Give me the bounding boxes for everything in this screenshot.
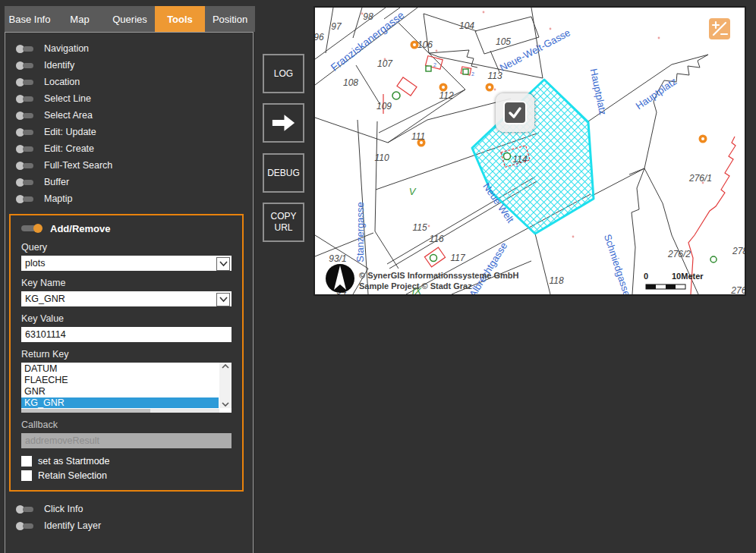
scroll-up-icon[interactable] [222,364,229,369]
toggle-on-icon[interactable] [21,224,43,233]
checkbox[interactable] [21,470,32,481]
parcel-label: 276/ [730,285,745,294]
checkmark-icon [503,101,527,124]
tool-mode-item[interactable]: Select Line [16,90,253,107]
tab-position[interactable]: Position [205,6,255,32]
add-remove-group: Add/Remove Query plots Key Name KG_GNR K… [9,214,244,492]
returnkey-listbox[interactable]: DATUMFLAECHEGNRKG_GNR [21,363,232,413]
toggle-off-icon [16,522,36,530]
checkbox[interactable] [21,456,32,467]
parcel-label: 114 [512,154,527,165]
checkbox-label: Retain Selection [38,470,107,481]
tool-mode-item[interactable]: Select Area [16,107,253,124]
query-select[interactable]: plots [21,256,232,271]
street-label: Neue-Welt-Gasse [498,27,572,74]
returnkey-label: Return Key [21,349,232,360]
vertical-scrollbar[interactable] [219,363,232,408]
scrollbar-thumb[interactable] [21,409,150,413]
tool-mode-item[interactable]: Navigation [16,40,253,57]
tool-mode-label: Edit: Create [44,143,94,154]
map-credit-line2: Sample Project © Stadt Graz [359,281,472,291]
toggle-off-icon [16,195,36,203]
returnkey-option[interactable]: FLAECHE [21,375,219,386]
checkbox-list: set as Startmode Retain Selection [21,456,232,481]
parcel-label: 278 [732,246,745,256]
returnkey-options: DATUMFLAECHEGNRKG_GNR [21,363,219,408]
tool-mode-item[interactable]: Full-Text Search [16,157,253,174]
svg-text:2: 2 [471,71,474,77]
chevron-down-icon[interactable] [216,293,230,306]
keyname-label: Key Name [21,278,232,288]
checkbox-row[interactable]: set as Startmode [21,456,232,467]
tool-mode-label: Full-Text Search [44,160,112,171]
chevron-down-icon[interactable] [216,257,230,271]
map-credit-line1: © SynerGIS Informationssysteme GmbH [359,271,518,280]
log-button[interactable]: LOG [263,54,304,93]
keyname-select[interactable]: KG_GNR [21,291,232,306]
scroll-down-icon[interactable] [222,402,229,407]
tool-mode-item[interactable]: Maptip [16,190,253,207]
toggle-off-icon [16,128,36,137]
horizontal-scrollbar[interactable] [21,409,219,413]
tab-queries[interactable]: Queries [105,6,155,32]
add-remove-mode-button[interactable] [709,18,730,39]
parcel-label: 116 [429,234,443,244]
callback-label: Callback [21,419,232,430]
returnkey-option[interactable]: GNR [21,386,219,397]
parcel-label: 96 [315,32,324,42]
debug-button[interactable]: DEBUG [263,153,304,193]
checkbox-row[interactable]: Retain Selection [21,470,232,481]
tool-mode-item[interactable]: Identify [16,57,253,74]
parcel-label: 107 [377,58,393,69]
toggle-off-icon [16,145,36,153]
tool-mode-label: Select Line [44,93,91,104]
street-label: Albrechtgasse [467,240,509,294]
tool-mode-list: Navigation Identify Location Select Line… [5,40,253,207]
right-arrow-icon [269,110,298,136]
map-canvas[interactable]: 2 2 1 9697981041051061071081091101111121… [313,6,746,296]
tool-mode-label: Identify Layer [44,520,101,531]
parcel-label: 111 [411,131,425,142]
parcel-label: 106 [417,39,433,50]
parcel-label: 108 [343,77,358,88]
returnkey-option[interactable]: KG_GNR [21,397,219,408]
toggle-off-icon [16,162,36,170]
parcel-label: 97 [331,21,342,32]
tool-mode-item[interactable]: Click Info [16,501,253,517]
tool-mode-label: Buffer [44,177,69,187]
toggle-off-icon [16,112,36,120]
street-label: Hauptplatz [634,75,679,112]
scale-zero: 0 [644,272,648,281]
tool-mode-list-bottom: Click Info Identify Layer [5,501,253,534]
tab-base-info[interactable]: Base Info [5,6,55,32]
tool-mode-item[interactable]: Edit: Update [16,124,253,140]
group-title: Add/Remove [50,223,110,234]
parcel-label: 118 [549,275,563,286]
parcel-label: 276/1 [688,173,712,184]
callback-input: addremoveResult [21,433,232,448]
parcel-label: 98 [363,11,373,22]
tool-mode-item[interactable]: Location [16,74,253,90]
parcel-label: 109 [376,101,392,112]
tool-mode-item[interactable]: Buffer [16,174,253,190]
returnkey-option[interactable]: DATUM [21,363,219,375]
tab-bar: Base InfoMapQueriesToolsPosition [5,6,255,32]
tab-tools[interactable]: Tools [155,6,205,32]
parcel-label: 113 [487,71,502,81]
parcel-label: 104 [459,20,474,31]
parcel-label: 115 [412,222,427,233]
toggle-off-icon [16,78,36,86]
apply-arrow-button[interactable] [263,103,304,143]
confirm-selection-button[interactable] [496,93,534,132]
keyvalue-input[interactable] [21,327,232,342]
tools-panel: Navigation Identify Location Select Line… [5,32,254,553]
tool-mode-label: Identify [44,60,74,71]
toggle-off-icon [16,178,36,187]
tool-mode-item[interactable]: Identify Layer [16,517,253,534]
copy-url-button[interactable]: COPY URL [263,203,304,242]
tool-mode-item[interactable]: Edit: Create [16,140,253,157]
tab-map[interactable]: Map [55,6,105,32]
toggle-off-icon [16,95,36,103]
zone-label: V [409,186,417,197]
svg-text:2: 2 [433,62,436,68]
